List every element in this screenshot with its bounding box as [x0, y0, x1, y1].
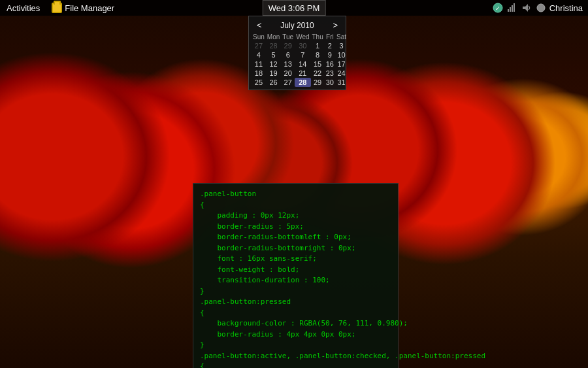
calendar-day[interactable]: 18	[252, 69, 266, 78]
code-line: .panel-button	[200, 189, 391, 200]
code-line: }	[200, 340, 391, 351]
calendar-next-button[interactable]: >	[330, 20, 340, 30]
calendar-day[interactable]: 13	[281, 59, 295, 69]
calendar-day[interactable]: 29	[281, 41, 295, 50]
code-line: }	[200, 286, 391, 297]
calendar-day[interactable]: 28	[295, 78, 310, 87]
calendar-day-headers: Sun Mon Tue Wed Thu Fri Sat	[252, 33, 348, 41]
svg-marker-6	[523, 4, 528, 12]
code-line: border-radius-bottomright : 0px;	[200, 243, 391, 254]
user-avatar	[535, 2, 547, 14]
calendar-day[interactable]: 27	[252, 41, 266, 50]
day-header-sat: Sat	[335, 33, 348, 41]
calendar-day[interactable]: 25	[252, 78, 266, 87]
calendar-day[interactable]: 14	[295, 59, 310, 69]
calendar-day[interactable]: 9	[325, 50, 335, 59]
code-line: font : 16px sans-serif;	[200, 254, 391, 265]
day-header-fri: Fri	[325, 33, 335, 41]
file-manager-label: File Manager	[65, 3, 114, 13]
calendar-day[interactable]: 11	[252, 59, 266, 69]
calendar-day[interactable]: 8	[311, 50, 325, 59]
code-line: {	[200, 200, 391, 211]
calendar-day[interactable]: 22	[311, 69, 325, 78]
calendar-day[interactable]: 28	[266, 41, 281, 50]
calendar-day[interactable]: 30	[325, 78, 335, 87]
code-line: {	[200, 308, 391, 319]
calendar-day[interactable]: 17	[335, 59, 348, 69]
calendar-day[interactable]: 4	[252, 50, 266, 59]
file-manager-icon	[52, 3, 62, 13]
calendar-week-row: 27282930123	[252, 41, 348, 50]
calendar-popup: < July 2010 > Sun Mon Tue Wed Thu Fri Sa…	[248, 16, 346, 90]
svg-rect-5	[514, 3, 515, 12]
code-line: .panel-button:active, .panel-button:chec…	[200, 351, 391, 362]
calendar-day[interactable]: 2	[325, 41, 335, 50]
code-line: border-radius : 5px;	[200, 222, 391, 233]
day-header-sun: Sun	[252, 33, 266, 41]
code-line: font-weight : bold;	[200, 265, 391, 276]
calendar-day[interactable]: 23	[325, 69, 335, 78]
day-header-wed: Wed	[295, 33, 310, 41]
calendar-prev-button[interactable]: <	[254, 20, 265, 30]
top-panel: Activities File Manager Wed 3:06 PM ✓	[0, 0, 588, 16]
calendar-day[interactable]: 20	[281, 69, 295, 78]
code-line: {	[200, 361, 391, 368]
calendar-day[interactable]: 26	[266, 78, 281, 87]
calendar-day[interactable]: 19	[266, 69, 281, 78]
calendar-day[interactable]: 21	[295, 69, 310, 78]
day-header-mon: Mon	[266, 33, 281, 41]
svg-rect-3	[510, 7, 511, 12]
calendar-day[interactable]: 15	[311, 59, 325, 69]
calendar-day[interactable]: 24	[335, 69, 348, 78]
svg-rect-2	[508, 9, 509, 12]
calendar-week-row: 45678910	[252, 50, 348, 59]
calendar-day[interactable]: 12	[266, 59, 281, 69]
user-name[interactable]: Christina	[549, 3, 583, 13]
code-line: background-color : RGBA(50, 76, 111, 0.9…	[200, 318, 391, 329]
calendar-day[interactable]: 27	[281, 78, 295, 87]
calendar-month-year: July 2010	[280, 21, 314, 30]
calendar-week-row: 18192021222324	[252, 69, 348, 78]
calendar-day[interactable]: 31	[335, 78, 348, 87]
panel-center: Wed 3:06 PM	[263, 0, 326, 16]
svg-rect-4	[512, 5, 513, 12]
network-icon[interactable]	[506, 2, 518, 14]
code-line: .panel-button:pressed	[200, 297, 391, 308]
messaging-icon[interactable]: ✓	[492, 2, 504, 14]
activities-button[interactable]: Activities	[0, 0, 46, 16]
day-header-thu: Thu	[311, 33, 325, 41]
calendar-day[interactable]: 1	[311, 41, 325, 50]
panel-left: Activities File Manager	[0, 0, 492, 16]
calendar-day[interactable]: 7	[295, 50, 310, 59]
code-popup: .panel-button{ padding : 0px 12px; borde…	[193, 183, 399, 368]
file-manager-button[interactable]: File Manager	[46, 0, 120, 16]
datetime-button[interactable]: Wed 3:06 PM	[263, 0, 326, 16]
calendar-week-row: 11121314151617	[252, 59, 348, 69]
calendar-day[interactable]: 30	[295, 41, 310, 50]
calendar-week-row: 25262728293031	[252, 78, 348, 87]
calendar-day[interactable]: 5	[266, 50, 281, 59]
calendar-day[interactable]: 3	[335, 41, 348, 50]
day-header-tue: Tue	[281, 33, 295, 41]
calendar-day[interactable]: 6	[281, 50, 295, 59]
calendar-day[interactable]: 16	[325, 59, 335, 69]
code-line: padding : 0px 12px;	[200, 210, 391, 222]
svg-text:✓: ✓	[495, 5, 500, 12]
svg-point-7	[537, 4, 545, 12]
code-line: transition-duration : 100;	[200, 275, 391, 286]
calendar-day[interactable]: 10	[335, 50, 348, 59]
volume-icon[interactable]	[521, 2, 532, 14]
calendar-grid: Sun Mon Tue Wed Thu Fri Sat 272829301234…	[252, 33, 348, 87]
calendar-day[interactable]: 29	[311, 78, 325, 87]
code-line: border-radius : 4px 4px 0px 0px;	[200, 329, 391, 341]
code-line: border-radius-bottomleft : 0px;	[200, 232, 391, 243]
panel-right: ✓ Christina	[492, 2, 588, 14]
calendar-header: < July 2010 >	[252, 19, 343, 31]
